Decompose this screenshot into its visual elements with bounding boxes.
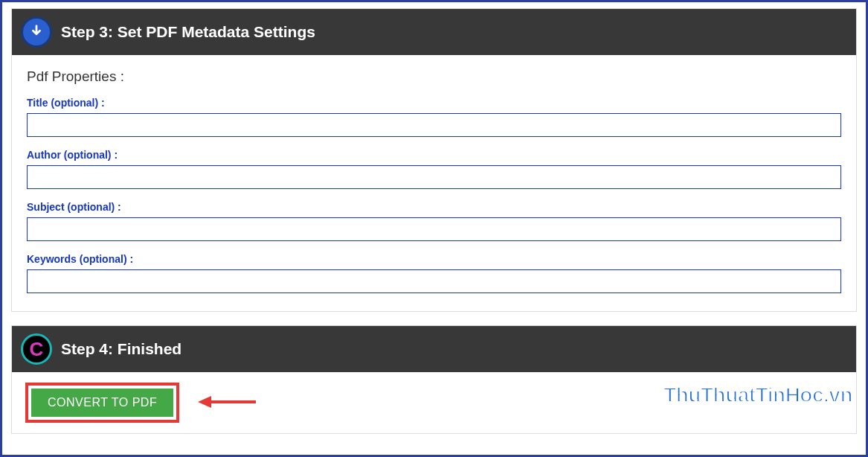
arrow-left-icon <box>198 393 257 414</box>
download-arrow-icon <box>21 16 52 48</box>
c-logo-icon: C <box>21 333 52 365</box>
convert-to-pdf-button[interactable]: CONVERT TO PDF <box>31 389 173 417</box>
step3-title: Step 3: Set PDF Metadata Settings <box>61 23 315 41</box>
subject-label: Subject (optional) : <box>27 201 841 213</box>
author-field-group: Author (optional) : <box>27 149 841 189</box>
title-field-group: Title (optional) : <box>27 97 841 137</box>
author-input[interactable] <box>27 165 841 189</box>
title-input[interactable] <box>27 113 841 137</box>
step4-body: CONVERT TO PDF <box>12 372 856 433</box>
step3-header: Step 3: Set PDF Metadata Settings <box>12 9 856 55</box>
author-label: Author (optional) : <box>27 149 841 161</box>
pdf-properties-heading: Pdf Properties : <box>27 68 841 85</box>
subject-field-group: Subject (optional) : <box>27 201 841 241</box>
subject-input[interactable] <box>27 217 841 241</box>
keywords-label: Keywords (optional) : <box>27 253 841 265</box>
step4-title: Step 4: Finished <box>61 340 181 358</box>
title-label: Title (optional) : <box>27 97 841 109</box>
convert-highlight-box: CONVERT TO PDF <box>25 383 179 423</box>
page-frame: Step 3: Set PDF Metadata Settings Pdf Pr… <box>0 0 868 457</box>
step4-header: C Step 4: Finished <box>12 326 856 372</box>
step3-panel: Step 3: Set PDF Metadata Settings Pdf Pr… <box>11 8 857 312</box>
step4-panel: C Step 4: Finished CONVERT TO PDF <box>11 325 857 434</box>
step3-body: Pdf Properties : Title (optional) : Auth… <box>12 55 856 311</box>
svg-marker-2 <box>198 396 211 408</box>
keywords-input[interactable] <box>27 269 841 293</box>
keywords-field-group: Keywords (optional) : <box>27 253 841 293</box>
